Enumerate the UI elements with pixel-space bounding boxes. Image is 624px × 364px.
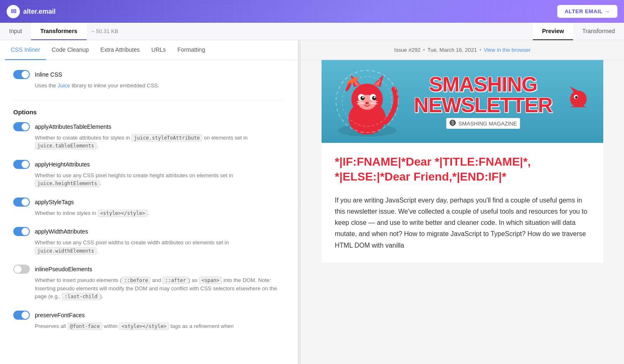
- date-text: Tue, March 16, 2021: [427, 47, 476, 53]
- tab-transformers[interactable]: Transformers: [31, 23, 86, 40]
- email-body: *|IF:FNAME|*Dear *|TITLE:FNAME|*, *|ELSE…: [322, 143, 603, 263]
- sub-tab-bar: CSS Inliner Code Cleanup Extra Attribute…: [0, 40, 298, 60]
- option-row-applyHeightAttributes: applyHeightAttributes Whether to use any…: [13, 160, 285, 188]
- left-panel: CSS Inliner Code Cleanup Extra Attribute…: [0, 40, 298, 364]
- option-row-applyWidthAttributes: applyWidthAttributes Whether to use any …: [13, 227, 285, 255]
- svg-point-26: [575, 96, 578, 99]
- desc-applyHeightAttributes: Whether to use any CSS pixel heights to …: [13, 171, 285, 188]
- option-row-preserveFontFaces: preserveFontFaces Preserves all @font-fa…: [13, 311, 285, 330]
- view-in-browser-link[interactable]: View in the browser: [484, 47, 531, 53]
- option-row-applyStyleTags: applyStyleTags Whether to inline styles …: [13, 198, 285, 217]
- logo-icon: ✉: [7, 5, 20, 18]
- sub-tab-urls[interactable]: URLs: [145, 40, 172, 60]
- sub-tab-formatting[interactable]: Formatting: [172, 40, 211, 60]
- banner-bird: [562, 84, 595, 119]
- issue-text: Issue #292: [394, 47, 421, 53]
- tab-preview[interactable]: Preview: [533, 23, 573, 40]
- inline-css-toggle[interactable]: [13, 70, 30, 79]
- banner-cat-image: [330, 64, 404, 139]
- tab-input[interactable]: Input: [0, 23, 31, 40]
- toggle-applyStyleTags[interactable]: [13, 198, 30, 207]
- label-applyWidthAttributes: applyWidthAttributes: [35, 228, 88, 235]
- email-wrapper: SMASHINGNEWSLETTER 🅢 SMASHING MAGAZINE: [322, 60, 603, 263]
- svg-point-23: [570, 91, 587, 107]
- svg-point-13: [374, 96, 375, 98]
- alter-email-button[interactable]: ALTER EMAIL →: [557, 5, 617, 18]
- banner-title: SMASHINGNEWSLETTER: [404, 74, 562, 116]
- option-row-inlinePseudoElements: inlinePseudoElements Whether to insert p…: [13, 265, 285, 301]
- inline-css-description: Uses the Juice library to inline your em…: [13, 82, 285, 90]
- email-body-text: If you are writing JavaScript every day,…: [335, 195, 590, 251]
- toggle-applyAttributesTableElements[interactable]: [13, 122, 30, 131]
- toggle-preserveFontFaces[interactable]: [13, 311, 30, 320]
- desc-applyWidthAttributes: Whether to use any CSS pixel widths to c…: [13, 239, 285, 255]
- label-inlinePseudoElements: inlinePseudoElements: [35, 266, 92, 272]
- svg-point-14: [365, 102, 369, 104]
- tab-transformed[interactable]: Transformed: [573, 23, 624, 40]
- smashing-magazine-label: 🅢 SMASHING MAGAZINE: [446, 118, 520, 129]
- svg-marker-24: [570, 87, 580, 93]
- desc-applyAttributesTableElements: Whether to create attributes for styles …: [13, 134, 285, 150]
- desc-applyStyleTags: Whether to inline styles in <style></sty…: [13, 209, 285, 217]
- sub-tab-code-cleanup[interactable]: Code Cleanup: [46, 40, 95, 60]
- right-panel: Issue #292 • Tue, March 16, 2021 • View …: [301, 40, 624, 364]
- juice-link[interactable]: Juice: [58, 82, 70, 89]
- label-applyStyleTags: applyStyleTags: [35, 199, 74, 205]
- inline-css-toggle-row: Inline CSS: [13, 70, 285, 79]
- options-title: Options: [13, 108, 285, 116]
- logo-text: alter.email: [23, 8, 56, 15]
- file-size: ~ 50.31 KB: [87, 28, 123, 34]
- svg-point-12: [362, 96, 364, 98]
- top-bar: ✉ alter.email ALTER EMAIL →: [0, 0, 624, 23]
- toggle-inlinePseudoElements[interactable]: [13, 265, 30, 274]
- personalization-text: *|IF:FNAME|*Dear *|TITLE:FNAME|*, *|ELSE…: [335, 154, 590, 185]
- divider: [13, 100, 285, 100]
- toggle-applyHeightAttributes[interactable]: [13, 160, 30, 169]
- dot2: •: [479, 47, 481, 53]
- label-preserveFontFaces: preserveFontFaces: [35, 312, 85, 318]
- preview-content: SMASHINGNEWSLETTER 🅢 SMASHING MAGAZINE: [301, 60, 624, 364]
- main-tab-bar: Input Transformers ~ 50.31 KB Preview Tr…: [0, 23, 624, 40]
- main-layout: CSS Inliner Code Cleanup Extra Attribute…: [0, 40, 624, 364]
- inline-css-row: Inline CSS Uses the Juice library to inl…: [13, 70, 285, 90]
- banner-title-area: SMASHINGNEWSLETTER 🅢 SMASHING MAGAZINE: [404, 74, 562, 129]
- desc-preserveFontFaces: Preserves all @font-face within <style><…: [13, 322, 285, 330]
- sub-tab-extra-attributes[interactable]: Extra Attributes: [94, 40, 145, 60]
- preview-header: Issue #292 • Tue, March 16, 2021 • View …: [301, 40, 624, 60]
- label-applyAttributesTableElements: applyAttributesTableElements: [35, 123, 111, 130]
- logo: ✉ alter.email: [7, 5, 56, 18]
- email-banner: SMASHINGNEWSLETTER 🅢 SMASHING MAGAZINE: [322, 60, 603, 143]
- dot1: •: [423, 47, 425, 53]
- label-applyHeightAttributes: applyHeightAttributes: [35, 161, 90, 168]
- svg-line-16: [357, 104, 364, 104]
- desc-inlinePseudoElements: Whether to insert pseudo elements (::bef…: [13, 276, 285, 301]
- svg-line-18: [370, 104, 377, 104]
- content-area: Inline CSS Uses the Juice library to inl…: [0, 60, 298, 364]
- inline-css-label: Inline CSS: [35, 71, 62, 78]
- toggle-applyWidthAttributes[interactable]: [13, 227, 30, 236]
- option-row-applyAttributesTableElements: applyAttributesTableElements Whether to …: [13, 122, 285, 150]
- sub-tab-css-inliner[interactable]: CSS Inliner: [5, 40, 46, 60]
